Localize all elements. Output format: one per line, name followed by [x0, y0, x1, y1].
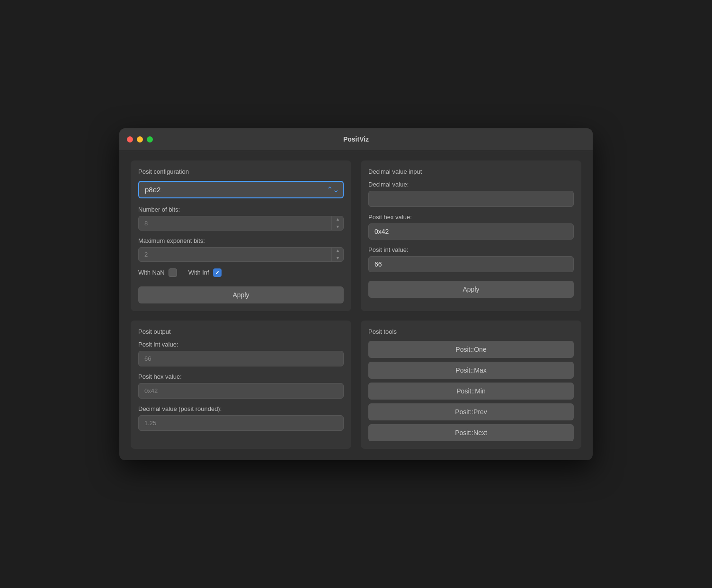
output-posit-hex-label: Posit hex value: — [138, 373, 344, 380]
num-bits-input[interactable] — [138, 216, 344, 231]
titlebar: PositViz — [119, 128, 593, 151]
max-exp-label: Maximum exponent bits: — [138, 237, 344, 244]
posit-hex-group: Posit hex value: — [368, 214, 574, 240]
main-window: PositViz Posit configuration p8e2 p8e1 p… — [119, 128, 593, 460]
with-inf-checkbox[interactable] — [213, 268, 222, 277]
posit-hex-label: Posit hex value: — [368, 214, 574, 221]
posit-output-panel: Posit output Posit int value: 66 Posit h… — [131, 321, 351, 449]
posit-config-title: Posit configuration — [138, 168, 344, 175]
output-posit-int-value: 66 — [138, 351, 344, 366]
max-exp-arrows: ▲ ▼ — [331, 247, 344, 262]
posit-tools-panel: Posit tools Posit::One Posit::Max Posit:… — [361, 321, 581, 449]
output-decimal-rounded-value: 1.25 — [138, 415, 344, 431]
num-bits-label: Number of bits: — [138, 206, 344, 213]
posit-max-button[interactable]: Posit::Max — [368, 362, 574, 379]
max-exp-spinbox: ▲ ▼ — [138, 247, 344, 262]
output-decimal-rounded-group: Decimal value (posit rounded): 1.25 — [138, 405, 344, 431]
posit-int-input[interactable] — [368, 256, 574, 272]
with-inf-group: With Inf — [188, 268, 222, 277]
output-posit-hex-group: Posit hex value: 0x42 — [138, 373, 344, 399]
decimal-value-label: Decimal value: — [368, 181, 574, 188]
posit-int-group: Posit int value: — [368, 246, 574, 272]
posit-config-select[interactable]: p8e2 p8e1 p8e0 p16e2 p16e1 p32e2 — [138, 181, 344, 198]
posit-select-wrapper: p8e2 p8e1 p8e0 p16e2 p16e1 p32e2 ⌃⌄ — [138, 181, 344, 198]
posit-hex-input[interactable] — [368, 223, 574, 240]
decimal-input-panel: Decimal value input Decimal value: Posit… — [361, 160, 581, 311]
output-decimal-rounded-label: Decimal value (posit rounded): — [138, 405, 344, 412]
with-nan-label: With NaN — [138, 269, 165, 276]
posit-output-title: Posit output — [138, 328, 344, 335]
num-bits-group: Number of bits: ▲ ▼ — [138, 206, 344, 231]
output-posit-int-group: Posit int value: 66 — [138, 341, 344, 366]
minimize-button[interactable] — [137, 136, 143, 143]
posit-next-button[interactable]: Posit::Next — [368, 424, 574, 441]
posit-prev-button[interactable]: Posit::Prev — [368, 403, 574, 420]
num-bits-arrows: ▲ ▼ — [331, 216, 344, 231]
num-bits-up-arrow[interactable]: ▲ — [332, 216, 344, 223]
output-posit-hex-value: 0x42 — [138, 383, 344, 399]
window-title: PositViz — [343, 135, 369, 143]
posit-config-apply-button[interactable]: Apply — [138, 286, 344, 303]
decimal-value-group: Decimal value: — [368, 181, 574, 207]
max-exp-down-arrow[interactable]: ▼ — [332, 254, 344, 262]
posit-one-button[interactable]: Posit::One — [368, 341, 574, 358]
decimal-input-title: Decimal value input — [368, 168, 574, 175]
max-exp-group: Maximum exponent bits: ▲ ▼ — [138, 237, 344, 262]
with-nan-group: With NaN — [138, 268, 177, 277]
num-bits-spinbox: ▲ ▼ — [138, 216, 344, 231]
with-nan-checkbox[interactable] — [169, 268, 177, 277]
posit-min-button[interactable]: Posit::Min — [368, 383, 574, 400]
decimal-value-input[interactable] — [368, 191, 574, 207]
traffic-lights — [127, 136, 153, 143]
max-exp-input[interactable] — [138, 247, 344, 262]
max-exp-up-arrow[interactable]: ▲ — [332, 247, 344, 255]
decimal-input-apply-button[interactable]: Apply — [368, 281, 574, 298]
main-content: Posit configuration p8e2 p8e1 p8e0 p16e2… — [119, 151, 593, 460]
posit-config-panel: Posit configuration p8e2 p8e1 p8e0 p16e2… — [131, 160, 351, 311]
with-inf-label: With Inf — [188, 269, 209, 276]
checkboxes-row: With NaN With Inf — [138, 268, 344, 277]
num-bits-down-arrow[interactable]: ▼ — [332, 223, 344, 231]
posit-tools-title: Posit tools — [368, 328, 574, 335]
output-posit-int-label: Posit int value: — [138, 341, 344, 348]
maximize-button[interactable] — [147, 136, 153, 143]
close-button[interactable] — [127, 136, 133, 143]
posit-int-label: Posit int value: — [368, 246, 574, 253]
